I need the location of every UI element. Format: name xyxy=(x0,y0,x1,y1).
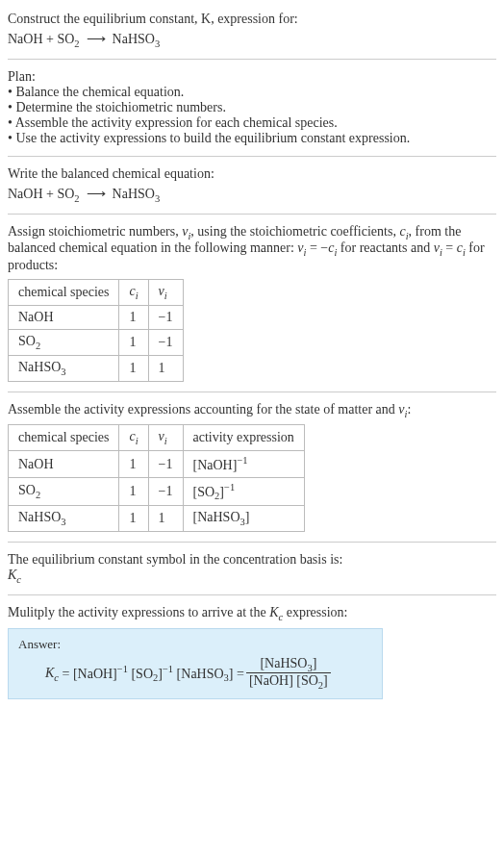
activity-section: Assemble the activity expressions accoun… xyxy=(8,402,496,533)
cell: −1 xyxy=(148,451,183,478)
table-row: NaHSO3 1 1 xyxy=(9,355,184,381)
assign-text: Assign stoichiometric numbers, νi, using… xyxy=(8,224,496,274)
basis-section: The equilibrium constant symbol in the c… xyxy=(8,552,496,585)
fraction-numerator: [NaHSO3] xyxy=(246,656,331,674)
plan-item: • Assemble the activity expression for e… xyxy=(8,115,496,131)
cell: −1 xyxy=(148,305,183,329)
table-row: SO2 1 −1 [SO2]−1 xyxy=(9,477,305,505)
cell: 1 xyxy=(148,355,183,381)
answer-box: Answer: Kc = [NaOH]−1 [SO2]−1 [NaHSO3] =… xyxy=(8,628,383,700)
activity-table: chemical species ci νi activity expressi… xyxy=(8,424,305,532)
cell: SO2 xyxy=(9,477,119,505)
balanced-section: Write the balanced chemical equation: Na… xyxy=(8,166,496,204)
cell: NaOH xyxy=(9,305,119,329)
answer-label: Answer: xyxy=(18,637,372,652)
cell: NaHSO3 xyxy=(9,355,119,381)
plan-title: Plan: xyxy=(8,69,496,85)
fraction-denominator: [NaOH] [SO2] xyxy=(246,673,331,691)
divider xyxy=(8,59,496,60)
table-row: SO2 1 −1 xyxy=(9,329,184,355)
assign-section: Assign stoichiometric numbers, νi, using… xyxy=(8,224,496,382)
divider xyxy=(8,214,496,215)
balanced-equation: NaOH + SO2 ⟶ NaHSO3 xyxy=(8,186,496,204)
plan-section: Plan: • Balance the chemical equation. •… xyxy=(8,69,496,146)
col-header: activity expression xyxy=(183,425,304,451)
plan-item: • Determine the stoichiometric numbers. xyxy=(8,100,496,115)
answer-lhs: Kc = [NaOH]−1 [SO2]−1 [NaHSO3] = xyxy=(45,664,244,683)
basis-line1: The equilibrium constant symbol in the c… xyxy=(8,552,496,568)
multiply-title: Mulitply the activity expressions to arr… xyxy=(8,605,496,622)
cell: 1 xyxy=(119,355,148,381)
plan-item: • Use the activity expressions to build … xyxy=(8,131,496,146)
multiply-section: Mulitply the activity expressions to arr… xyxy=(8,605,496,699)
col-header: chemical species xyxy=(9,425,119,451)
col-header: chemical species xyxy=(9,280,119,306)
table-header-row: chemical species ci νi activity expressi… xyxy=(9,425,305,451)
cell: [NaHSO3] xyxy=(183,506,304,532)
divider xyxy=(8,392,496,392)
activity-title: Assemble the activity expressions accoun… xyxy=(8,402,496,419)
stoich-table: chemical species ci νi NaOH 1 −1 SO2 1 −… xyxy=(8,279,184,381)
cell: 1 xyxy=(148,506,183,532)
answer-equation: Kc = [NaOH]−1 [SO2]−1 [NaHSO3] = [NaHSO3… xyxy=(18,656,372,692)
col-header: νi xyxy=(148,425,183,451)
col-header: ci xyxy=(119,280,148,306)
cell: 1 xyxy=(119,506,148,532)
cell: 1 xyxy=(119,477,148,505)
divider xyxy=(8,542,496,543)
cell: NaHSO3 xyxy=(9,506,119,532)
table-header-row: chemical species ci νi xyxy=(9,280,184,306)
col-header: ci xyxy=(119,425,148,451)
table-row: NaOH 1 −1 [NaOH]−1 xyxy=(9,451,305,478)
prompt-equation: NaOH + SO2 ⟶ NaHSO3 xyxy=(8,31,496,49)
balanced-title: Write the balanced chemical equation: xyxy=(8,166,496,182)
cell: −1 xyxy=(148,329,183,355)
divider xyxy=(8,156,496,157)
cell: 1 xyxy=(119,451,148,478)
cell: 1 xyxy=(119,305,148,329)
table-row: NaOH 1 −1 xyxy=(9,305,184,329)
plan-item: • Balance the chemical equation. xyxy=(8,85,496,100)
cell: NaOH xyxy=(9,451,119,478)
answer-fraction: [NaHSO3] [NaOH] [SO2] xyxy=(246,656,331,692)
prompt-line1: Construct the equilibrium constant, K, e… xyxy=(8,12,496,27)
table-row: NaHSO3 1 1 [NaHSO3] xyxy=(9,506,305,532)
col-header: νi xyxy=(148,280,183,306)
cell: SO2 xyxy=(9,329,119,355)
cell: −1 xyxy=(148,477,183,505)
prompt-header: Construct the equilibrium constant, K, e… xyxy=(8,12,496,49)
cell: [SO2]−1 xyxy=(183,477,304,505)
cell: 1 xyxy=(119,329,148,355)
basis-symbol: Kc xyxy=(8,568,496,585)
divider xyxy=(8,594,496,595)
cell: [NaOH]−1 xyxy=(183,451,304,478)
